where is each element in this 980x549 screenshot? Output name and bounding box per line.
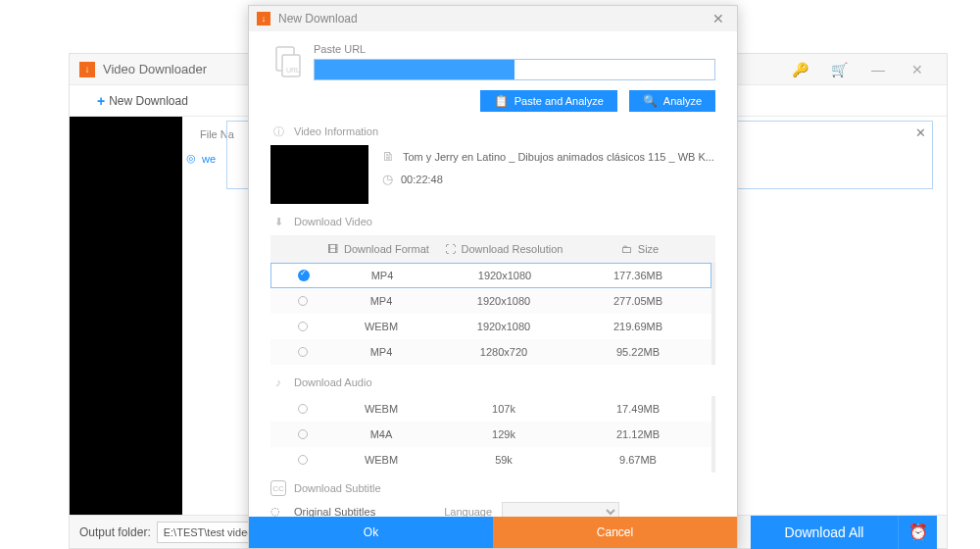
download-video-label: Download Video xyxy=(294,216,372,227)
video-information-label: Video Information xyxy=(294,125,378,137)
paste-url-icon: URL xyxy=(270,43,306,78)
radio-icon[interactable] xyxy=(298,270,310,281)
info-frame-close-icon[interactable]: ✕ xyxy=(915,125,926,140)
dialog-title: New Download xyxy=(278,12,708,25)
size-cell: 95.22MB xyxy=(572,346,704,358)
new-download-dialog: ↓ New Download ✕ URL Paste URL █████████… xyxy=(248,5,738,549)
format-cell: WEBM xyxy=(327,403,435,415)
format-row[interactable]: WEBM1920x1080219.69MB xyxy=(270,314,711,339)
cc-icon: CC xyxy=(270,480,286,496)
dialog-close-icon[interactable]: ✕ xyxy=(708,11,729,26)
resolution-icon: ⛶ xyxy=(445,243,456,255)
radio-icon[interactable] xyxy=(298,347,308,357)
loading-spinner-icon: ◌ xyxy=(270,505,284,517)
clock-icon: ◷ xyxy=(382,172,393,186)
language-label: Language xyxy=(444,506,492,517)
video-format-table[interactable]: MP41920x1080177.36MBMP41920x1080277.05MB… xyxy=(270,263,715,365)
output-folder-label: Output folder: xyxy=(79,525,151,539)
download-video-header: ⬇ Download Video xyxy=(270,214,715,229)
size-cell: 17.49MB xyxy=(572,403,704,415)
dialog-titlebar: ↓ New Download ✕ xyxy=(249,6,737,31)
video-info: 🗎 Tom y Jerry en Latino _ Dibujos animad… xyxy=(270,145,715,204)
radio-icon[interactable] xyxy=(298,404,308,414)
url-input[interactable]: ████████████████████████ xyxy=(314,59,715,80)
ok-button[interactable]: Ok xyxy=(249,517,493,548)
format-row[interactable]: MP41280x72095.22MB xyxy=(270,339,711,365)
svg-text:URL: URL xyxy=(286,67,300,74)
dialog-footer: Ok Cancel xyxy=(249,517,737,548)
paste-url-row: URL Paste URL ████████████████████████ 📋… xyxy=(270,43,715,118)
info-icon: ⓘ xyxy=(270,124,286,139)
analyze-label: Analyze xyxy=(663,95,702,107)
size-cell: 277.05MB xyxy=(572,295,704,307)
resolution-cell: 129k xyxy=(435,428,572,440)
film-icon: 🎞 xyxy=(327,243,338,255)
cart-icon[interactable]: 🛒 xyxy=(819,62,858,77)
resolution-cell: 1920x1080 xyxy=(435,321,572,332)
language-select[interactable] xyxy=(502,502,619,517)
we-label: we xyxy=(202,153,216,165)
download-subtitle-label: Download Subtitle xyxy=(294,482,381,494)
scrollbar-thumb[interactable] xyxy=(711,263,715,302)
minimize-button[interactable]: — xyxy=(858,62,898,77)
dialog-body: URL Paste URL ████████████████████████ 📋… xyxy=(249,31,737,517)
audio-format-table[interactable]: WEBM107k17.49MBM4A129k21.12MBWEBM59k9.67… xyxy=(270,396,715,473)
size-cell: 177.36MB xyxy=(573,270,703,281)
col-size: Size xyxy=(638,243,659,255)
video-duration: 00:22:48 xyxy=(401,174,443,185)
clipboard-search-icon: 📋 xyxy=(494,94,509,108)
radio-icon[interactable] xyxy=(298,296,308,306)
resolution-cell: 59k xyxy=(435,454,572,466)
cancel-button[interactable]: Cancel xyxy=(493,517,737,548)
download-video-icon: ⬇ xyxy=(270,214,286,229)
radio-icon[interactable] xyxy=(298,455,308,465)
resolution-cell: 107k xyxy=(435,403,572,415)
close-button[interactable]: ✕ xyxy=(898,62,937,77)
document-icon: 🗎 xyxy=(382,149,395,164)
scrollbar-thumb[interactable] xyxy=(711,396,715,431)
radio-icon[interactable] xyxy=(298,322,308,331)
format-row[interactable]: MP41920x1080177.36MB xyxy=(270,263,711,288)
camera-icon: ◎ xyxy=(186,152,196,165)
resolution-cell: 1920x1080 xyxy=(436,270,573,281)
schedule-icon[interactable]: ⏰ xyxy=(898,516,937,549)
format-cell: WEBM xyxy=(327,321,435,332)
download-audio-header: ♪ Download Audio xyxy=(270,374,715,390)
radio-icon[interactable] xyxy=(298,429,308,439)
original-subtitles-link[interactable]: Original Subtitles xyxy=(294,506,375,517)
resolution-cell: 1920x1080 xyxy=(435,295,572,307)
plus-icon: + xyxy=(97,93,105,109)
format-cell: WEBM xyxy=(327,454,435,466)
video-information-header: ⓘ Video Information xyxy=(270,124,715,139)
key-icon[interactable]: 🔑 xyxy=(780,62,819,77)
format-row[interactable]: WEBM59k9.67MB xyxy=(270,447,711,473)
subtitle-row: ◌ Original Subtitles Language xyxy=(270,502,715,517)
col-resolution: Download Resolution xyxy=(462,243,564,255)
dialog-logo-icon: ↓ xyxy=(257,12,270,25)
format-row[interactable]: MP41920x1080277.05MB xyxy=(270,288,711,314)
size-cell: 219.69MB xyxy=(572,321,704,332)
download-subtitle-header: CC Download Subtitle xyxy=(270,480,715,496)
search-icon: 🔍 xyxy=(643,94,658,108)
size-cell: 21.12MB xyxy=(572,428,704,440)
download-all-button[interactable]: Download All xyxy=(751,516,898,549)
format-cell: MP4 xyxy=(328,270,436,281)
analyze-button[interactable]: 🔍 Analyze xyxy=(629,90,715,112)
format-cell: M4A xyxy=(327,428,435,440)
video-title: Tom y Jerry en Latino _ Dibujos animados… xyxy=(403,151,714,163)
resolution-cell: 1280x720 xyxy=(435,346,572,358)
video-info-thumbnail xyxy=(270,145,368,204)
paste-and-analyze-button[interactable]: 📋 Paste and Analyze xyxy=(480,90,617,112)
size-cell: 9.67MB xyxy=(572,454,704,466)
format-row[interactable]: WEBM107k17.49MB xyxy=(270,396,711,422)
new-download-button[interactable]: New Download xyxy=(109,94,188,108)
download-audio-label: Download Audio xyxy=(294,376,372,388)
video-format-table-header: 🎞Download Format ⛶Download Resolution 🗀S… xyxy=(270,235,715,263)
paste-and-analyze-label: Paste and Analyze xyxy=(514,95,604,107)
format-cell: MP4 xyxy=(327,346,435,358)
size-icon: 🗀 xyxy=(621,243,632,255)
paste-url-label: Paste URL xyxy=(314,43,715,55)
video-thumbnail-strip xyxy=(70,117,182,515)
music-note-icon: ♪ xyxy=(270,374,286,390)
format-row[interactable]: M4A129k21.12MB xyxy=(270,422,711,447)
